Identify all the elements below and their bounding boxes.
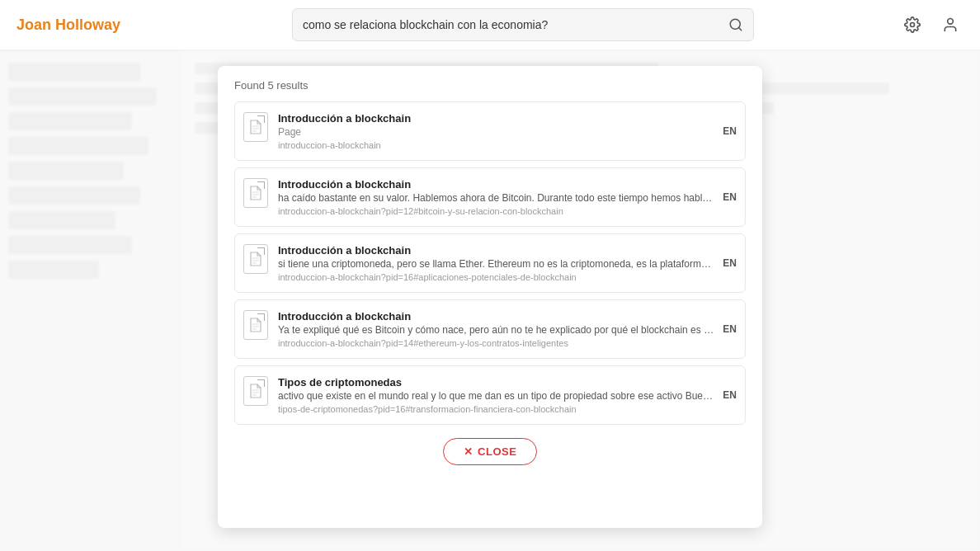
close-x-icon: ✕ [464,445,474,458]
result-item[interactable]: Tipos de criptomonedasactivo que existe … [234,365,746,425]
result-url: introduccion-a-blockchain?pid=16#aplicac… [278,272,714,282]
result-url: introduccion-a-blockchain?pid=12#bitcoin… [278,206,714,216]
search-input[interactable] [303,18,728,31]
search-bar-container [148,8,898,41]
result-url: introduccion-a-blockchain [278,140,714,150]
result-body: Introducción a blockchainha caído bastan… [278,178,714,216]
search-bar[interactable] [292,8,754,41]
result-excerpt: si tiene una criptomoneda, pero se llama… [278,258,714,270]
result-body: Introducción a blockchainsi tiene una cr… [278,244,714,282]
search-overlay: Found 5 results Introducción a blockchai… [0,49,980,551]
result-title: Introducción a blockchain [278,310,714,323]
result-file-icon [243,112,268,142]
result-lang: EN [723,257,737,269]
result-excerpt: activo que existe en el mundo real y lo … [278,390,714,402]
result-item[interactable]: Introducción a blockchainPageintroduccio… [234,101,746,161]
result-item[interactable]: Introducción a blockchainha caído bastan… [234,167,746,227]
result-file-icon [243,376,268,406]
search-icon [728,17,743,32]
result-title: Tipos de criptomonedas [278,376,714,389]
result-file-icon [243,310,268,340]
header: Joan Holloway [0,0,980,49]
user-icon [942,16,959,33]
result-body: Introducción a blockchainPageintroduccio… [278,112,714,150]
search-results-panel: Found 5 results Introducción a blockchai… [218,66,762,528]
result-lang: EN [723,389,737,401]
result-file-icon [243,244,268,274]
gear-icon [904,16,921,33]
svg-point-2 [911,23,915,27]
result-title: Introducción a blockchain [278,244,714,257]
result-item[interactable]: Introducción a blockchainYa te expliqué … [234,299,746,359]
settings-button[interactable] [899,12,926,38]
result-lang: EN [723,125,737,137]
result-excerpt: ha caído bastante en su valor. Hablemos … [278,192,714,204]
result-url: tipos-de-criptomonedas?pid=16#transforma… [278,404,714,414]
result-item[interactable]: Introducción a blockchainsi tiene una cr… [234,233,746,293]
logo: Joan Holloway [16,16,148,34]
close-button[interactable]: ✕ CLOSE [443,438,538,465]
result-body: Tipos de criptomonedasactivo que existe … [278,376,714,414]
result-url: introduccion-a-blockchain?pid=14#ethereu… [278,338,714,348]
result-excerpt: Ya te expliqué qué es Bitcoin y cómo nac… [278,324,714,336]
result-title: Introducción a blockchain [278,112,714,125]
svg-point-3 [948,19,954,25]
close-label: CLOSE [478,445,516,458]
header-actions [898,12,964,38]
result-title: Introducción a blockchain [278,178,714,191]
result-lang: EN [723,191,737,203]
result-body: Introducción a blockchainYa te expliqué … [278,310,714,348]
result-subtitle: Page [278,126,714,138]
results-count: Found 5 results [234,79,746,92]
result-lang: EN [723,323,737,335]
result-file-icon [243,178,268,208]
svg-line-1 [738,27,741,30]
user-button[interactable] [937,12,964,38]
